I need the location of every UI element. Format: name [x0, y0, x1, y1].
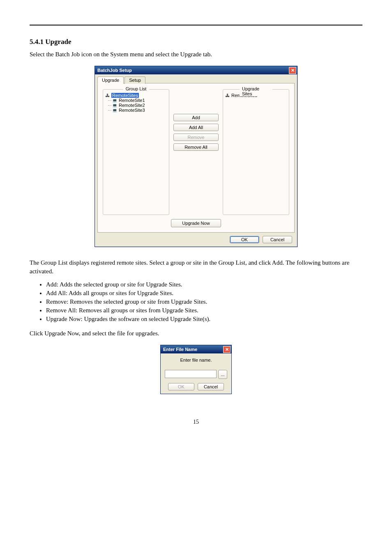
- batchjob-window: BatchJob Setup ✕ Upgrade Setup Group Lis…: [95, 66, 297, 247]
- tab-setup[interactable]: Setup: [125, 76, 145, 84]
- upgrade-now-button[interactable]: Upgrade Now: [171, 219, 221, 227]
- tab-panel-upgrade: Group List RemoteSites RemoteSite1: [97, 83, 295, 233]
- file-cancel-button[interactable]: Cancel: [198, 383, 224, 390]
- header-rule: [30, 25, 362, 25]
- batchjob-titlebar: BatchJob Setup ✕: [95, 66, 297, 74]
- enter-file-name-window: Enter File Name ✕ Enter file name. ... O…: [160, 345, 232, 394]
- group-list-tree[interactable]: RemoteSites RemoteSite1 RemoteSite2: [106, 93, 166, 113]
- file-dialog-titlebar: Enter File Name ✕: [161, 345, 231, 353]
- site-icon: [112, 103, 117, 108]
- remove-button: Remove: [173, 134, 219, 141]
- group-icon: [226, 93, 230, 98]
- buttons-bullet-list: Add: Adds the selected group or site for…: [39, 280, 362, 323]
- bullet-add: Add: Adds the selected group or site for…: [46, 280, 362, 289]
- bullet-remove: Remove: Removes the selected group or si…: [46, 298, 362, 306]
- file-ok-button: OK: [168, 383, 194, 390]
- file-dialog-label: Enter file name.: [165, 358, 227, 362]
- add-all-button[interactable]: Add All: [173, 124, 219, 131]
- site-icon: [112, 98, 117, 103]
- group-tree-root[interactable]: RemoteSites: [106, 93, 166, 98]
- group-tree-child-label: RemoteSite1: [119, 98, 145, 103]
- group-tree-child[interactable]: RemoteSite3: [112, 108, 166, 113]
- site-icon: [112, 108, 117, 113]
- file-name-input[interactable]: [165, 370, 217, 378]
- bullet-upgrade-now: Upgrade Now: Upgrades the software on se…: [46, 315, 362, 323]
- group-tree-child-label: RemoteSite2: [119, 103, 145, 108]
- batchjob-title: BatchJob Setup: [97, 68, 132, 73]
- group-list-label: Group List: [123, 86, 149, 91]
- page-number: 15: [30, 419, 362, 425]
- group-tree-child[interactable]: RemoteSite2: [112, 103, 166, 108]
- close-button[interactable]: ✕: [289, 67, 296, 74]
- add-button[interactable]: Add: [173, 114, 219, 121]
- batchjob-footer: OK Cancel: [97, 233, 295, 243]
- browse-button[interactable]: ...: [218, 370, 227, 379]
- close-icon: ✕: [225, 347, 229, 352]
- remove-all-button[interactable]: Remove All: [173, 143, 219, 151]
- mini-dialog-paragraph: Click Upgrade Now, and select the file f…: [30, 329, 362, 337]
- ok-button[interactable]: OK: [230, 236, 259, 243]
- file-dialog-title: Enter File Name: [163, 347, 197, 352]
- intro-paragraph: Select the Batch Job icon on the System …: [30, 50, 362, 58]
- tabs-paragraph: The Group List displays registered remot…: [30, 259, 362, 275]
- tab-upgrade[interactable]: Upgrade: [97, 76, 124, 84]
- bullet-add-all: Add All: Adds all groups or sites for Up…: [46, 289, 362, 298]
- group-tree-child-label: RemoteSite3: [119, 108, 145, 113]
- close-icon: ✕: [291, 68, 295, 73]
- upgrade-sites-fieldset: Upgrade Sites RemoteSites: [223, 89, 289, 215]
- cancel-button[interactable]: Cancel: [263, 236, 292, 243]
- close-button[interactable]: ✕: [223, 346, 231, 353]
- group-icon: [106, 93, 110, 98]
- bullet-remove-all: Remove All: Removes all groups or sites …: [46, 306, 362, 315]
- middle-buttons: Add Add All Remove Remove All: [173, 89, 219, 215]
- group-list-fieldset: Group List RemoteSites RemoteSite1: [103, 89, 169, 215]
- group-tree-root-label: RemoteSites: [111, 93, 139, 98]
- tabs: Upgrade Setup: [97, 76, 295, 83]
- group-tree-child[interactable]: RemoteSite1: [112, 98, 166, 103]
- ellipsis-icon: ...: [221, 372, 224, 377]
- upgrade-sites-label: Upgrade Sites: [240, 86, 272, 96]
- section-title: 5.4.1 Upgrade: [30, 38, 362, 46]
